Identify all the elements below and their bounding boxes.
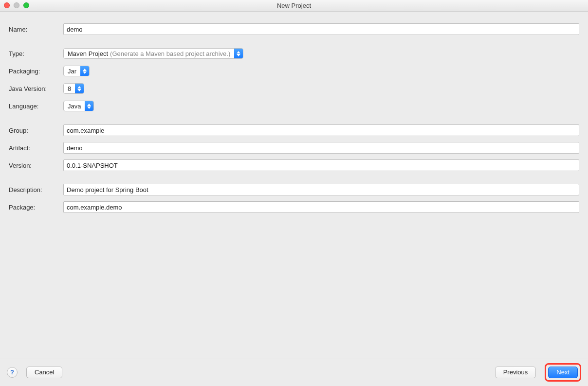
row-package: Package: <box>9 198 579 216</box>
chevron-updown-icon <box>75 84 84 93</box>
form-area: Name: Type: Maven Project (Generate a Ma… <box>0 12 588 358</box>
previous-button[interactable]: Previous <box>495 367 536 378</box>
cancel-button[interactable]: Cancel <box>26 367 62 378</box>
svg-marker-1 <box>237 54 240 56</box>
titlebar: New Project <box>0 0 588 12</box>
chevron-updown-icon <box>85 101 93 111</box>
java-version-select[interactable]: 8 <box>63 83 84 94</box>
help-button[interactable]: ? <box>7 367 18 378</box>
row-java-version: Java Version: 8 <box>9 80 579 97</box>
label-java-version: Java Version: <box>9 85 63 92</box>
row-artifact: Artifact: <box>9 139 579 157</box>
close-icon[interactable] <box>4 2 10 8</box>
zoom-icon[interactable] <box>23 2 29 8</box>
description-input[interactable] <box>63 184 579 195</box>
svg-marker-6 <box>87 104 91 106</box>
version-input[interactable] <box>63 159 579 171</box>
packaging-select-value: Jar <box>68 68 76 75</box>
label-packaging: Packaging: <box>9 68 63 75</box>
row-group: Group: <box>9 122 579 139</box>
svg-marker-7 <box>87 106 91 109</box>
row-version: Version: <box>9 157 579 174</box>
svg-marker-4 <box>77 86 81 88</box>
artifact-input[interactable] <box>63 142 579 154</box>
type-select-hint: (Generate a Maven based project archive.… <box>110 50 230 57</box>
type-select-value: Maven Project <box>68 50 108 57</box>
help-icon: ? <box>10 368 14 376</box>
svg-marker-0 <box>237 51 240 53</box>
next-button-highlight: Next <box>545 363 581 382</box>
chevron-updown-icon <box>234 49 243 58</box>
row-packaging: Packaging: Jar <box>9 62 579 80</box>
svg-marker-2 <box>83 69 87 71</box>
label-type: Type: <box>9 50 63 57</box>
name-input[interactable] <box>63 23 579 35</box>
window-controls <box>4 2 29 8</box>
package-input[interactable] <box>63 201 579 213</box>
language-select[interactable]: Java <box>63 101 94 111</box>
java-version-select-value: 8 <box>68 85 71 92</box>
row-name: Name: <box>9 20 579 38</box>
label-name: Name: <box>9 26 63 33</box>
chevron-updown-icon <box>80 66 89 76</box>
next-button[interactable]: Next <box>548 367 578 378</box>
label-description: Description: <box>9 186 63 193</box>
group-input[interactable] <box>63 124 579 136</box>
footer: ? Cancel Previous Next <box>0 358 588 386</box>
type-select[interactable]: Maven Project (Generate a Maven based pr… <box>63 48 243 59</box>
row-language: Language: Java <box>9 97 579 115</box>
label-version: Version: <box>9 162 63 169</box>
row-description: Description: <box>9 181 579 198</box>
label-group: Group: <box>9 127 63 134</box>
label-language: Language: <box>9 103 63 110</box>
packaging-select[interactable]: Jar <box>63 66 90 76</box>
label-artifact: Artifact: <box>9 144 63 152</box>
svg-marker-3 <box>83 71 87 74</box>
window-title: New Project <box>277 2 311 9</box>
language-select-value: Java <box>68 103 81 110</box>
label-package: Package: <box>9 204 63 211</box>
svg-marker-5 <box>77 89 81 91</box>
minimize-icon <box>14 2 19 8</box>
row-type: Type: Maven Project (Generate a Maven ba… <box>9 45 579 62</box>
